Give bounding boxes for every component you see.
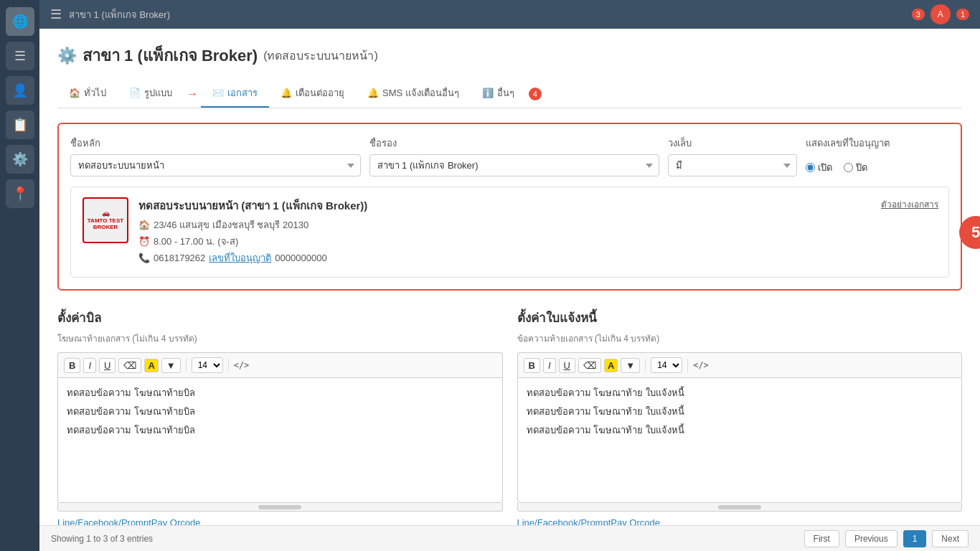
billing-highlight-btn[interactable]: A (144, 359, 158, 372)
sidebar-icon-menu[interactable]: ☰ (6, 42, 34, 70)
billing-line-1: ทดสอบข้อความ โฆษณาท้ายบิล (67, 385, 494, 401)
invoice-dropdown-btn[interactable]: ▼ (621, 358, 640, 373)
invoice-editor-body[interactable]: ทดสอบข้อความ โฆษณาท้าย ใบแจ้งหนี้ ทดสอบข… (517, 377, 963, 503)
form-group-ring: วงเล็บ มี (668, 136, 797, 176)
tab-sms-label: SMS แจ้งเตือนอื่นๆ (382, 85, 459, 100)
config-section: ชื่อหลัก ทดสอบระบบนายหน้า ชื่อรอง สาขา 1… (57, 123, 962, 291)
billing-editor-body[interactable]: ทดสอบข้อความ โฆษณาท้ายบิล ทดสอบข้อความ โ… (57, 377, 503, 503)
bell-reminder-icon: 🔔 (281, 88, 292, 98)
tab-arrow: → (187, 88, 198, 100)
billing-title: ตั้งค่าบิล (57, 308, 503, 327)
invoice-highlight-btn[interactable]: A (604, 359, 618, 372)
tab-docs-label: เอกสาร (227, 85, 258, 100)
sidebar-icon-user[interactable]: 👤 (6, 76, 34, 105)
tab-other[interactable]: ℹ️ อื่นๆ (471, 80, 526, 108)
ring-label: วงเล็บ (668, 136, 797, 151)
invoice-eraser-btn[interactable]: ⌫ (578, 358, 601, 373)
preview-license-number: 0000000000 (275, 253, 326, 263)
radio-close-input[interactable] (844, 163, 853, 172)
preview-address-row: 🏠 23/46 แสนสุข เมืองชลบุรี ชลบุรี 20130 (138, 217, 937, 232)
first-btn[interactable]: First (804, 530, 839, 547)
showing-text: Showing 1 to 3 of 3 entries (51, 534, 153, 544)
bell-sms-icon: 🔔 (367, 88, 379, 98)
invoice-line-2: ทดสอบข้อความ โฆษณาท้าย ใบแจ้งหนี้ (527, 404, 953, 420)
billing-fontsize-select[interactable]: 14 (192, 357, 223, 373)
radio-close-label[interactable]: ปิด (844, 160, 867, 175)
status-bar: Showing 1 to 3 of 3 entries First Previo… (39, 525, 980, 551)
preview-info: ทดสอบระบบนายหน้า (สาขา 1 (แพ็กเกจ Broker… (138, 197, 937, 267)
tab-docs[interactable]: ✉️ เอกสาร (201, 80, 269, 108)
tab-reminder-label: เตือนต่ออายุ (296, 85, 344, 100)
billing-dropdown-btn[interactable]: ▼ (161, 358, 181, 373)
invoice-underline-btn[interactable]: U (559, 358, 575, 373)
invoice-fontsize-select[interactable]: 14 (651, 357, 682, 373)
sidebar-icon-globe[interactable]: 🌐 (6, 7, 34, 36)
show-label: แสดงเลขที่ใบอนุญาต (806, 136, 949, 151)
ring-select[interactable]: มี (668, 154, 797, 176)
primary-select[interactable]: ทดสอบระบบนายหน้า (70, 154, 361, 176)
tab-reminder[interactable]: 🔔 เตือนต่ออายุ (269, 80, 356, 108)
tab-design-label: รูปแบบ (144, 85, 172, 100)
preview-company-name: ทดสอบระบบนายหน้า (สาขา 1 (แพ็กเกจ Broker… (138, 197, 937, 215)
tab-design[interactable]: 📄 รูปแบบ (118, 80, 184, 108)
topbar-avatar: A (930, 4, 951, 24)
breadcrumb: สาขา 1 (แพ็กเกจ Broker) (69, 7, 170, 22)
sidebar: 🌐 ☰ 👤 📋 ⚙️ 📍 (0, 0, 39, 551)
page-1-btn[interactable]: 1 (903, 530, 927, 547)
topbar-badge1: 3 (912, 9, 925, 20)
invoice-italic-btn[interactable]: I (543, 358, 556, 373)
tab-overview-label: ทั่วไป (84, 85, 106, 100)
billing-line-2: ทดสอบข้อความ โฆษณาท้ายบิล (67, 404, 494, 420)
invoice-toolbar-divider1 (645, 359, 646, 372)
billing-subtitle: โฆษณาท้ายเอกสาร (ไม่เกิน 4 บรรทัด) (57, 331, 503, 345)
form-group-secondary: ชื่อรอง สาขา 1 (แพ็กเกจ Broker) (369, 136, 660, 176)
secondary-select[interactable]: สาขา 1 (แพ็กเกจ Broker) (369, 154, 660, 176)
billing-code-btn[interactable]: </> (234, 360, 250, 370)
preview-hours-row: ⏰ 8.00 - 17.00 น. (จ-ส) (138, 234, 937, 249)
invoice-subtitle: ข้อความท้ายเอกสาร (ไม่เกิน 4 บรรทัด) (517, 331, 963, 345)
previous-btn[interactable]: Previous (845, 530, 897, 547)
radio-open-text: เปิด (818, 160, 832, 175)
gear-icon: ⚙️ (57, 47, 77, 65)
clock-icon: ⏰ (138, 236, 150, 247)
billing-bold-btn[interactable]: B (64, 358, 80, 373)
billing-eraser-btn[interactable]: ⌫ (118, 358, 141, 373)
radio-close-text: ปิด (856, 160, 867, 175)
billing-underline-btn[interactable]: U (99, 358, 116, 373)
invoice-scrollbar[interactable] (517, 503, 963, 512)
billing-scrollbar[interactable] (57, 503, 503, 512)
step-5-badge: 5 (959, 216, 980, 249)
billing-italic-btn[interactable]: I (83, 358, 96, 373)
sample-docs-link[interactable]: ตัวอย่างเอกสาร (881, 197, 938, 211)
billing-toolbar: B I U ⌫ A ▼ 14 </> (57, 352, 503, 377)
toolbar-divider1 (186, 359, 187, 372)
tab-sms[interactable]: 🔔 SMS แจ้งเตือนอื่นๆ (356, 80, 471, 108)
radio-open-label[interactable]: เปิด (806, 160, 832, 175)
topbar-badge2: 1 (956, 9, 969, 20)
page-subtitle: (ทดสอบระบบนายหน้า) (263, 47, 378, 65)
tab-overview[interactable]: 🏠 ทั่วไป (57, 80, 118, 108)
main-content: ⚙️ สาขา 1 (แพ็กเกจ Broker) (ทดสอบระบบนาย… (39, 29, 980, 551)
billing-column: ตั้งค่าบิล โฆษณาท้ายเอกสาร (ไม่เกิน 4 บร… (57, 308, 503, 551)
form-row: ชื่อหลัก ทดสอบระบบนายหน้า ชื่อรอง สาขา 1… (70, 136, 949, 176)
invoice-code-btn[interactable]: </> (693, 360, 709, 370)
sidebar-icon-settings[interactable]: ⚙️ (6, 145, 34, 174)
radio-open-input[interactable] (806, 163, 815, 172)
sidebar-icon-docs[interactable]: 📋 (6, 110, 34, 139)
envelope-icon: ✉️ (212, 88, 224, 98)
tab-other-label: อื่นๆ (497, 85, 514, 100)
form-group-primary: ชื่อหลัก ทดสอบระบบนายหน้า (70, 136, 361, 176)
invoice-toolbar-divider2 (687, 359, 688, 372)
invoice-bold-btn[interactable]: B (524, 358, 540, 373)
preview-card-wrapper: 🚗 TAMTO TEST BROKER ทดสอบระบบนายหน้า (สา… (70, 187, 949, 278)
topbar-right: 3 A 1 (912, 4, 969, 24)
invoice-line-3: ทดสอบข้อความ โฆษณาท้าย ใบแจ้งหนี้ (527, 423, 953, 438)
sidebar-icon-location[interactable]: 📍 (6, 179, 34, 208)
next-btn[interactable]: Next (932, 530, 969, 547)
invoice-toolbar: B I U ⌫ A ▼ 14 </> (517, 352, 963, 377)
preview-hours: 8.00 - 17.00 น. (จ-ส) (154, 234, 238, 249)
topbar: ☰ สาขา 1 (แพ็กเกจ Broker) 3 A 1 (39, 0, 980, 29)
preview-logo: 🚗 TAMTO TEST BROKER (83, 197, 128, 243)
billing-line-3: ทดสอบข้อความ โฆษณาท้ายบิล (67, 423, 494, 438)
topbar-menu-icon[interactable]: ☰ (50, 6, 62, 22)
